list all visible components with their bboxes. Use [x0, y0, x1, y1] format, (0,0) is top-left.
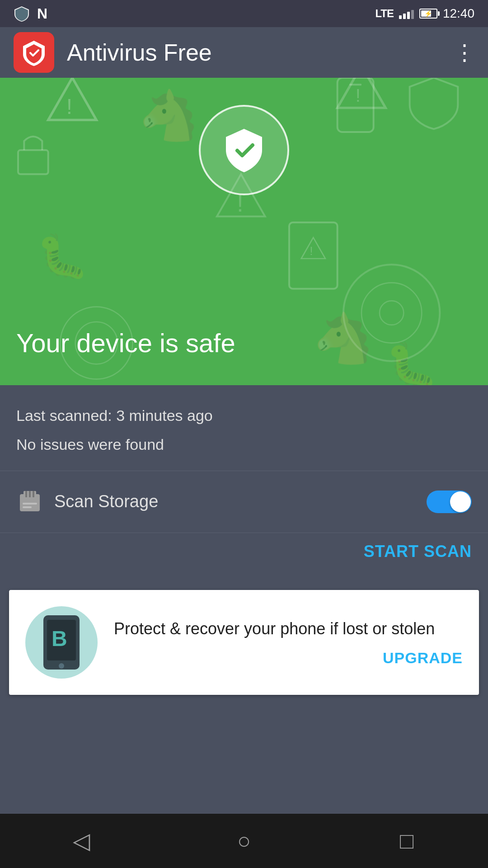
battery-icon: ⚡: [419, 9, 437, 19]
svg-marker-19: [301, 237, 325, 259]
more-menu-button[interactable]: ⋮: [454, 40, 474, 65]
status-bar-right: LTE ⚡ 12:40: [375, 6, 474, 21]
promo-icon-circle: B: [25, 606, 98, 679]
lte-icon: LTE: [375, 7, 394, 20]
last-scanned-text: Last scanned: 3 minutes ago: [16, 403, 472, 428]
hero-status-text: Your device is safe: [16, 328, 235, 358]
promo-card: B Protect & recover your phone if lost o…: [9, 590, 479, 695]
svg-rect-23: [25, 491, 27, 497]
hero-card: ! ! 🐴 🐴 🐛 🐛 !: [0, 78, 488, 385]
svg-rect-27: [23, 506, 32, 508]
app-bar: Antivirus Free ⋮: [0, 27, 488, 78]
svg-rect-18: [289, 222, 338, 289]
status-bar-left: N: [14, 5, 47, 22]
promo-text-area: Protect & recover your phone if lost or …: [98, 618, 463, 667]
svg-rect-25: [33, 491, 34, 497]
shield-protected-circle: [199, 105, 289, 195]
svg-point-12: [380, 301, 404, 325]
issues-found-text: No issues were found: [16, 432, 472, 457]
sd-card-icon: [16, 487, 43, 516]
svg-text:B: B: [52, 627, 67, 651]
scan-storage-row: Scan Storage: [0, 471, 488, 533]
shield-status-icon: [14, 5, 30, 22]
scan-storage-toggle[interactable]: [427, 491, 472, 513]
toggle-knob: [450, 491, 471, 512]
hero-content: [0, 78, 488, 195]
status-bar: N LTE ⚡ 12:40: [0, 0, 488, 27]
svg-rect-24: [29, 491, 31, 497]
home-button[interactable]: ○: [217, 823, 271, 859]
promo-description: Protect & recover your phone if lost or …: [114, 618, 463, 640]
back-button[interactable]: ◁: [54, 823, 108, 859]
scan-info-card: Last scanned: 3 minutes ago No issues we…: [0, 385, 488, 471]
svg-text:🐛: 🐛: [385, 340, 438, 385]
svg-point-30: [59, 663, 64, 669]
recent-apps-button[interactable]: □: [380, 823, 434, 859]
app-icon: [14, 32, 54, 73]
svg-text:🐛: 🐛: [36, 231, 89, 282]
nav-bar: ◁ ○ □: [0, 814, 488, 868]
main-content: ! ! 🐴 🐴 🐛 🐛 !: [0, 78, 488, 814]
start-scan-button[interactable]: START SCAN: [364, 542, 472, 561]
svg-text:!: !: [310, 244, 313, 258]
scan-storage-label: Scan Storage: [54, 492, 427, 511]
signal-bars: [399, 8, 414, 19]
upgrade-button[interactable]: UPGRADE: [383, 649, 463, 667]
start-scan-row: START SCAN: [0, 533, 488, 579]
svg-rect-26: [23, 503, 37, 505]
time-display: 12:40: [443, 6, 474, 21]
app-title: Antivirus Free: [67, 39, 454, 66]
n-notification-icon: N: [37, 5, 47, 22]
